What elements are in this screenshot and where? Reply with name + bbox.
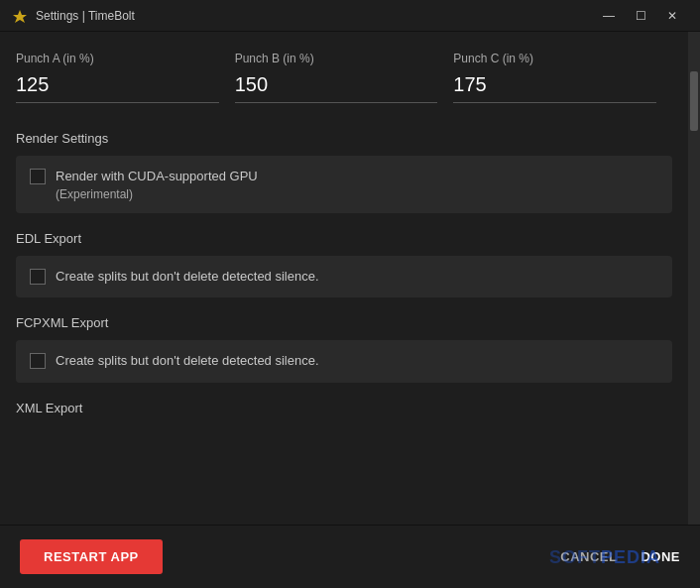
cancel-button[interactable]: CANCEL [560,549,617,564]
fcpxml-splits-label: Create splits but don't delete detected … [56,352,319,370]
edl-splits-checkbox[interactable] [30,269,46,285]
cuda-gpu-sublabel: (Experimental) [56,187,258,201]
scrollbar-thumb[interactable] [690,71,698,131]
punch-c-underline [453,102,656,103]
edl-export-card: Create splits but don't delete detected … [16,256,672,297]
close-button[interactable]: ✕ [656,6,688,26]
window-controls: — ☐ ✕ [593,6,688,26]
main-content: Punch A (in %) 125 Punch B (in %) 150 Pu… [0,32,700,525]
punch-b-underline [235,102,438,103]
edl-export-label: EDL Export [16,231,672,246]
maximize-button[interactable]: ☐ [625,6,656,26]
render-settings-label: Render Settings [16,131,672,146]
cuda-gpu-label: Render with CUDA-supported GPU [56,168,258,185]
edl-splits-row: Create splits but don't delete detected … [30,268,658,286]
title-bar: Settings | TimeBolt — ☐ ✕ [0,0,700,32]
punch-a-col: Punch A (in %) 125 [16,44,235,111]
fcpxml-export-card: Create splits but don't delete detected … [16,340,672,382]
edl-splits-label: Create splits but don't delete detected … [56,268,319,286]
punch-c-col: Punch C (in %) 175 [453,44,672,111]
punch-c-value: 175 [453,73,672,96]
minimize-button[interactable]: — [593,6,625,26]
punch-a-label: Punch A (in %) [16,52,235,65]
svg-marker-0 [13,10,27,23]
fcpxml-export-label: FCPXML Export [16,315,672,330]
punch-row: Punch A (in %) 125 Punch B (in %) 150 Pu… [16,44,672,111]
render-settings-card: Render with CUDA-supported GPU (Experime… [16,156,672,213]
xml-export-label: XML Export [16,401,672,415]
cuda-gpu-row: Render with CUDA-supported GPU (Experime… [30,168,658,201]
scroll-area[interactable]: Punch A (in %) 125 Punch B (in %) 150 Pu… [0,32,688,525]
punch-c-label: Punch C (in %) [453,52,672,65]
punch-a-underline [16,102,219,103]
cuda-gpu-text: Render with CUDA-supported GPU (Experime… [56,168,258,201]
punch-b-label: Punch B (in %) [235,52,454,65]
fcpxml-splits-row: Create splits but don't delete detected … [30,352,658,370]
restart-app-button[interactable]: RESTART APP [20,539,163,574]
scrollbar[interactable] [688,32,700,525]
punch-b-value: 150 [235,73,454,96]
bottom-bar: RESTART APP CANCEL DONE [0,525,700,588]
done-button[interactable]: DONE [641,549,680,564]
window-title: Settings | TimeBolt [36,9,593,23]
punch-b-col: Punch B (in %) 150 [235,44,454,111]
fcpxml-splits-checkbox[interactable] [30,353,46,369]
cuda-gpu-checkbox[interactable] [30,169,46,184]
app-icon [12,8,28,24]
punch-a-value: 125 [16,73,235,96]
bottom-right-actions: CANCEL DONE [560,549,680,564]
